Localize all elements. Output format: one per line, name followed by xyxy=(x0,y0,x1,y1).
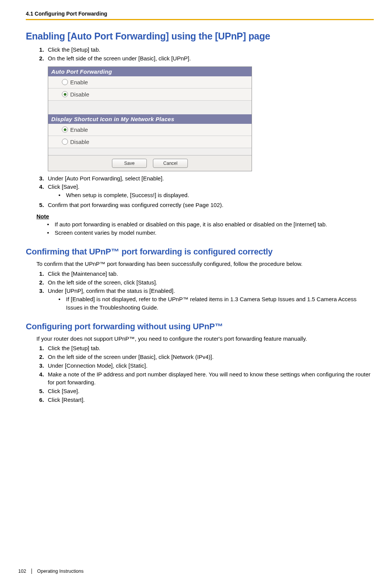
page-footer: 102 Operating Instructions xyxy=(18,569,83,574)
step-item: Click [Restart]. xyxy=(46,396,374,404)
step-item: Make a note of the IP address and port n… xyxy=(46,370,374,387)
panel-title-shortcut: Display Shortcut Icon in My Network Plac… xyxy=(48,114,252,124)
cancel-button[interactable]: Cancel xyxy=(153,159,188,168)
step-item: On the left side of the screen under [Ba… xyxy=(46,353,374,361)
radio-icon xyxy=(62,79,68,85)
step-item: Click [Save]. When setup is complete, [S… xyxy=(46,183,374,199)
page-number: 102 xyxy=(18,569,26,574)
section-header: 4.1 Configuring Port Forwarding xyxy=(26,11,374,17)
radio-icon xyxy=(62,139,68,145)
sub-bullet: If [Enabled] is not displayed, refer to … xyxy=(58,295,374,312)
panel-gap xyxy=(48,148,252,155)
heading-confirm-upnp: Confirming that UPnP™ port forwarding is… xyxy=(26,247,374,257)
step-item: Under [Connection Mode], click [Static]. xyxy=(46,362,374,370)
step-item: Under [UPnP], confirm that the status is… xyxy=(46,287,374,311)
step-item: On the left side of the screen, click [S… xyxy=(46,278,374,287)
note-label: Note xyxy=(36,213,374,220)
step-text: Click [Save]. xyxy=(48,183,79,190)
step-item: Click the [Maintenance] tab. xyxy=(46,270,374,278)
sub-bullet: When setup is complete, [Success!] is di… xyxy=(58,191,374,199)
step-item: Confirm that port forwarding was configu… xyxy=(46,201,374,209)
radio-label: Enable xyxy=(70,126,88,133)
manual-intro: If your router does not support UPnP™, y… xyxy=(36,335,374,343)
radio-label: Enable xyxy=(70,79,88,85)
radio-row-apf-enable[interactable]: Enable xyxy=(48,76,252,88)
radio-label: Disable xyxy=(70,139,89,145)
screenshot-footer: Save Cancel xyxy=(48,155,252,171)
save-button[interactable]: Save xyxy=(112,159,147,168)
note-item: If auto port forwarding is enabled or di… xyxy=(47,220,374,229)
radio-icon xyxy=(62,126,68,133)
radio-row-shortcut-disable[interactable]: Disable xyxy=(48,136,252,148)
step-item: Click the [Setup] tab. xyxy=(46,46,374,54)
radio-row-apf-disable[interactable]: Disable xyxy=(48,88,252,101)
radio-row-shortcut-enable[interactable]: Enable xyxy=(48,124,252,136)
radio-label: Disable xyxy=(70,91,89,98)
confirm-intro: To confirm that the UPnP™ port forwardin… xyxy=(36,260,374,268)
note-item: Screen content varies by model number. xyxy=(47,229,374,237)
step-item: Under [Auto Port Forwarding], select [En… xyxy=(46,174,374,183)
step-item: On the left side of the screen under [Ba… xyxy=(46,54,374,63)
doc-title: Operating Instructions xyxy=(37,569,83,574)
step-item: Click the [Setup] tab. xyxy=(46,344,374,352)
heading-enabling-apf: Enabling [Auto Port Forwarding] using th… xyxy=(26,31,374,42)
footer-divider xyxy=(31,569,32,574)
header-rule xyxy=(26,19,374,20)
radio-icon xyxy=(62,91,68,97)
step-item: Click [Save]. xyxy=(46,387,374,395)
heading-manual-pf: Configuring port forwarding without usin… xyxy=(26,322,374,332)
step-text: Under [UPnP], confirm that the status is… xyxy=(48,288,175,294)
upnp-screenshot: Auto Port Forwarding Enable Disable Disp… xyxy=(48,66,252,171)
panel-gap xyxy=(48,101,252,114)
panel-title-apf: Auto Port Forwarding xyxy=(48,67,252,76)
